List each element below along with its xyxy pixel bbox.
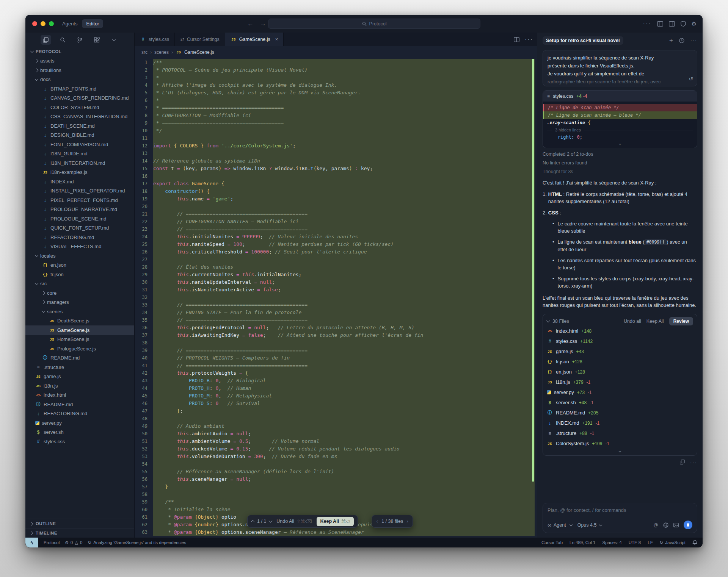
code-line[interactable]: 52 this.duckedVolume = 0.15; // Volume r… — [135, 445, 537, 453]
review-button[interactable]: Review — [669, 317, 693, 325]
explorer-item[interactable]: JSDeathScene.js — [25, 316, 134, 326]
explorer-item[interactable]: ≡.structure — [25, 363, 134, 372]
code-line[interactable]: 49 // Audio ambiant — [135, 422, 537, 430]
code-line[interactable]: 16 — [135, 172, 537, 180]
todos-status[interactable]: Completed 2 of 2 to-dos — [543, 152, 697, 157]
explorer-item[interactable]: ↓I18N_INTEGRATION.md — [25, 158, 134, 168]
statusbar-project[interactable]: Protocol — [44, 540, 60, 545]
code-line[interactable]: 47 }; — [135, 407, 537, 415]
code-line[interactable]: 36 this.pendingEndProtocol = null; // Le… — [135, 324, 537, 332]
changed-file-row[interactable]: {}fr.json+128 — [547, 357, 693, 367]
next-file-icon[interactable]: › — [406, 519, 408, 524]
explorer-item[interactable]: ↓INSTALL_PIXEL_OPERATOR.md — [25, 186, 134, 196]
back-arrow-icon[interactable]: ← — [247, 20, 254, 28]
code-line[interactable]: 55 // Référence au SceneManager (définie… — [135, 468, 537, 475]
changed-file-row[interactable]: JSgame.js+43 — [547, 346, 693, 357]
explorer-item[interactable]: ⓘREADME.md — [25, 353, 134, 363]
changed-file-row[interactable]: ≡.structure+88-1 — [547, 428, 693, 438]
files-undo-all-button[interactable]: Undo all — [624, 319, 641, 324]
code-line[interactable]: 60 * Initialise la scène — [135, 506, 537, 513]
explorer-item[interactable]: {}fr.json — [25, 270, 134, 279]
close-tab-icon[interactable]: × — [275, 36, 278, 42]
code-line[interactable]: 23 // ==================================… — [135, 225, 537, 233]
explorer-item[interactable]: ↓DEATH_SCENE.md — [25, 121, 134, 131]
explorer-item[interactable]: ↓CANVAS_CRISP_RENDERING.md — [25, 94, 134, 103]
restore-checkpoint-icon[interactable]: ↺ — [689, 75, 693, 83]
code-line[interactable]: 11 — [135, 134, 537, 142]
code-line[interactable]: 21 // ==================================… — [135, 210, 537, 218]
code-line[interactable]: 17export class GameScene { — [135, 180, 537, 188]
code-line[interactable]: 13 — [135, 150, 537, 157]
next-change-icon[interactable] — [269, 519, 273, 523]
breadcrumb[interactable]: src › scenes › JS GameScene.js — [135, 46, 537, 58]
explorer-files-icon[interactable] — [41, 35, 51, 45]
new-chat-icon[interactable]: + — [669, 37, 673, 44]
code-line[interactable]: 1/** — [135, 59, 537, 66]
code-line[interactable]: 54 — [135, 460, 537, 468]
code-line[interactable]: 27 — [135, 256, 537, 263]
breadcrumb-src[interactable]: src — [141, 50, 147, 55]
indentation-setting[interactable]: Spaces: 4 — [602, 540, 622, 545]
code-line[interactable]: 28 // État des nanites — [135, 263, 537, 271]
code-line[interactable]: 41 // ==================================… — [135, 362, 537, 369]
expand-files-chevron-icon[interactable]: ⌄ — [547, 449, 693, 454]
outline-section[interactable]: OUTLINE — [25, 519, 134, 528]
sidebar-views-chevron-icon[interactable] — [109, 35, 119, 45]
minimize-window-button[interactable] — [41, 21, 46, 26]
timeline-section[interactable]: TIMELINE — [25, 528, 134, 538]
history-clock-icon[interactable] — [679, 38, 684, 43]
code-line[interactable]: 37 this.isAwaitingEndKey = false; // Att… — [135, 332, 537, 339]
code-line[interactable]: 33 // ==================================… — [135, 301, 537, 309]
explorer-item[interactable]: ↓PROLOGUE_NARRATIVE.md — [25, 205, 134, 214]
code-line[interactable]: 43 PROTO_B: 0, // Biological — [135, 377, 537, 385]
explorer-item[interactable]: ↓INDEX.md — [25, 177, 134, 186]
diff-card[interactable]: ≡ styles.css +4 -4 /* Ligne de scan anim… — [543, 90, 697, 148]
code-line[interactable]: 40 // PROTOCOL WEIGHTS — Compteurs de fi… — [135, 354, 537, 362]
chevron-down-icon[interactable] — [546, 319, 550, 323]
message-more-icon[interactable]: ··· — [690, 460, 697, 465]
code-line[interactable]: 53 this.volumeFadeDuration = 300; // Dur… — [135, 453, 537, 460]
explorer-item[interactable]: ↓VISUAL_EFFECTS.md — [25, 242, 134, 252]
explorer-item[interactable]: ↓CSS_CANVAS_INTEGRATION.md — [25, 112, 134, 122]
agents-mode-label[interactable]: Agents — [62, 21, 77, 27]
code-line[interactable]: 48 — [135, 415, 537, 422]
settings-gear-icon[interactable]: ⚙ — [692, 20, 697, 27]
code-line[interactable]: 44 PROTO_H: 0, // Human — [135, 385, 537, 392]
code-line[interactable]: 2 * PROTOCOL — Scène de jeu principale (… — [135, 66, 537, 74]
explorer-item[interactable]: JSGameScene.js — [25, 325, 134, 335]
explorer-item[interactable]: locales — [25, 251, 134, 261]
breadcrumb-scenes[interactable]: scenes — [154, 50, 169, 55]
explorer-item[interactable]: JSi18n-examples.js — [25, 168, 134, 177]
explorer-item[interactable]: scenes — [25, 307, 134, 316]
copy-icon[interactable] — [680, 460, 685, 464]
explorer-item[interactable]: ↓DESIGN_BIBLE.md — [25, 131, 134, 140]
code-line[interactable]: 19 this.name = 'game'; — [135, 195, 537, 203]
explorer-item[interactable]: ↓COLOR_SYSTEM.md — [25, 103, 134, 112]
explorer-item[interactable]: ↓PIXEL_PERFECT_FONTS.md — [25, 195, 134, 205]
explorer-item[interactable]: core — [25, 288, 134, 298]
code-line[interactable]: 34 // ENDING STATE — Pour la fin de prot… — [135, 309, 537, 316]
editor-mode-label[interactable]: Editor — [82, 19, 103, 28]
web-globe-icon[interactable] — [663, 522, 668, 528]
explorer-item[interactable]: ↓I18N_GUIDE.md — [25, 149, 134, 159]
explorer-item[interactable]: #styles.css — [25, 437, 134, 446]
explorer-item[interactable]: managers — [25, 298, 134, 307]
changed-file-row[interactable]: $server.sh+48-1 — [547, 397, 693, 408]
extensions-icon[interactable] — [92, 35, 102, 45]
code-line[interactable]: 29 this.currentNanites = this.initialNan… — [135, 271, 537, 278]
code-line[interactable]: 4 * Affiche l'image du cockpit avec le s… — [135, 81, 537, 89]
code-line[interactable]: 38 — [135, 339, 537, 347]
more-actions-icon[interactable]: ··· — [643, 20, 651, 27]
code-line[interactable]: 58 — [135, 491, 537, 498]
tab-styles-css[interactable]: # styles.css — [135, 33, 175, 46]
code-line[interactable]: 57 } — [135, 483, 537, 491]
explorer-item[interactable]: assets — [25, 56, 134, 66]
chat-more-icon[interactable]: ··· — [690, 38, 697, 43]
code-line[interactable]: 30 this.naniteUpdateInterval = null; — [135, 278, 537, 286]
editor-more-actions-icon[interactable]: ··· — [525, 36, 533, 43]
code-line[interactable]: 14// Référence globale au système i18n — [135, 157, 537, 165]
explorer-item[interactable]: JSgame.js — [25, 372, 134, 382]
problems-indicator[interactable]: ⊘0 △0 — [65, 540, 82, 545]
code-line[interactable]: 26 this.criticalThreshold = 100000; // S… — [135, 248, 537, 256]
code-line[interactable]: 63 * @param {Object} options.sceneManage… — [135, 529, 537, 536]
